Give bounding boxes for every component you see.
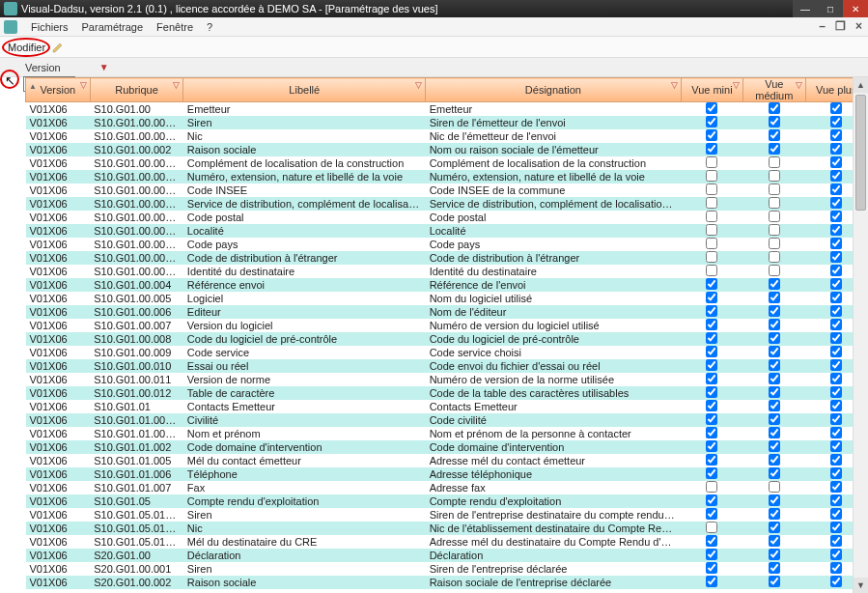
- vue-mini-checkbox[interactable]: [706, 332, 717, 344]
- table-row[interactable]: V01X06S10.G01.00.008Code du logiciel de …: [26, 332, 868, 346]
- vue-mini-checkbox[interactable]: [706, 251, 717, 263]
- vue-mini-checkbox[interactable]: [706, 440, 717, 452]
- vue-mini-checkbox[interactable]: [706, 427, 717, 438]
- scroll-up-button[interactable]: ▲: [854, 77, 868, 93]
- vue-mini-checkbox[interactable]: [706, 576, 717, 587]
- table-row[interactable]: V01X06S10.G01.00.003.012LocalitéLocalité: [26, 224, 868, 238]
- vue-medium-checkbox[interactable]: [769, 156, 780, 168]
- table-row[interactable]: V01X06S10.G01.01.005Mél du contact émett…: [26, 454, 868, 467]
- vue-plus-checkbox[interactable]: [830, 359, 842, 371]
- vue-mini-checkbox[interactable]: [706, 278, 717, 290]
- vue-plus-checkbox[interactable]: [830, 238, 842, 249]
- vue-plus-checkbox[interactable]: [830, 319, 842, 330]
- menu-help[interactable]: ?: [207, 21, 212, 33]
- table-row[interactable]: V01X06S10.G01.00.005LogicielNom du logic…: [26, 292, 868, 305]
- vue-mini-checkbox[interactable]: [706, 522, 717, 533]
- vue-medium-checkbox[interactable]: [769, 305, 780, 317]
- vue-mini-checkbox[interactable]: [706, 102, 717, 114]
- vue-plus-checkbox[interactable]: [830, 346, 842, 357]
- vue-mini-checkbox[interactable]: [706, 467, 717, 479]
- menu-fenetre[interactable]: Fenêtre: [156, 21, 193, 33]
- vue-mini-checkbox[interactable]: [706, 494, 717, 506]
- vue-medium-checkbox[interactable]: [769, 143, 780, 155]
- vue-mini-checkbox[interactable]: [706, 400, 717, 411]
- vue-medium-checkbox[interactable]: [769, 359, 780, 371]
- vue-mini-checkbox[interactable]: [706, 549, 717, 560]
- funnel-icon[interactable]: ▼: [99, 62, 109, 72]
- vue-plus-checkbox[interactable]: [830, 440, 842, 452]
- vue-mini-checkbox[interactable]: [706, 184, 717, 195]
- table-row[interactable]: V01X06S10.G01.05.013.001SirenSiren de l'…: [26, 508, 868, 522]
- modifier-button[interactable]: Modifier: [6, 41, 47, 54]
- vue-medium-checkbox[interactable]: [769, 319, 780, 330]
- vue-medium-checkbox[interactable]: [769, 481, 780, 493]
- vue-medium-checkbox[interactable]: [769, 549, 780, 560]
- vue-medium-checkbox[interactable]: [769, 265, 780, 276]
- table-row[interactable]: V01X06S10.G01.00.002Raison socialeNom ou…: [26, 143, 868, 156]
- table-row[interactable]: V01X06S10.G01.00.010Essai ou réelCode en…: [26, 359, 868, 373]
- vue-medium-checkbox[interactable]: [769, 440, 780, 452]
- vue-mini-checkbox[interactable]: [706, 116, 717, 127]
- table-row[interactable]: V01X06S10.G01.00.004Référence envoiRéfér…: [26, 278, 868, 292]
- vue-plus-checkbox[interactable]: [830, 373, 842, 384]
- vue-mini-checkbox[interactable]: [706, 508, 717, 520]
- table-row[interactable]: V01X06S10.G01.00EmetteurEmetteur: [26, 102, 868, 117]
- col-header-libelle[interactable]: Libellé▽: [183, 78, 426, 102]
- vue-plus-checkbox[interactable]: [830, 549, 842, 560]
- table-row[interactable]: V01X06S10.G01.00.012Table de caractèreCo…: [26, 386, 868, 400]
- table-row[interactable]: V01X06S20.G01.00DéclarationDéclaration: [26, 549, 868, 562]
- vue-plus-checkbox[interactable]: [830, 481, 842, 493]
- version-filter-label[interactable]: Version: [25, 62, 61, 73]
- table-row[interactable]: V01X06S10.G01.01Contacts EmetteurContact…: [26, 400, 868, 413]
- vue-plus-checkbox[interactable]: [830, 129, 842, 141]
- vue-medium-checkbox[interactable]: [769, 170, 780, 182]
- table-row[interactable]: V01X06S10.G01.05.013.002NicNic de l'étab…: [26, 522, 868, 535]
- vue-plus-checkbox[interactable]: [830, 197, 842, 209]
- col-header-version[interactable]: ▲Version▽: [26, 78, 91, 102]
- vue-plus-checkbox[interactable]: [830, 427, 842, 438]
- vue-medium-checkbox[interactable]: [769, 224, 780, 236]
- vue-mini-checkbox[interactable]: [706, 386, 717, 398]
- vue-medium-checkbox[interactable]: [769, 102, 780, 114]
- vue-medium-checkbox[interactable]: [769, 494, 780, 506]
- mdi-restore-button[interactable]: ❐: [835, 19, 846, 33]
- table-row[interactable]: V01X06S10.G01.00.003.010Code postalCode …: [26, 211, 868, 224]
- vue-plus-checkbox[interactable]: [830, 413, 842, 425]
- table-row[interactable]: V01X06S20.G01.00.001SirenSiren de l'entr…: [26, 562, 868, 576]
- vue-plus-checkbox[interactable]: [830, 454, 842, 466]
- vue-mini-checkbox[interactable]: [706, 535, 717, 547]
- vue-mini-checkbox[interactable]: [706, 143, 717, 155]
- vue-medium-checkbox[interactable]: [769, 413, 780, 425]
- vue-medium-checkbox[interactable]: [769, 332, 780, 344]
- vue-mini-checkbox[interactable]: [706, 562, 717, 574]
- vue-mini-checkbox[interactable]: [706, 305, 717, 317]
- mdi-minimize-button[interactable]: –: [819, 19, 826, 33]
- vue-mini-checkbox[interactable]: [706, 265, 717, 276]
- mdi-close-button[interactable]: ×: [855, 19, 862, 33]
- vue-medium-checkbox[interactable]: [769, 522, 780, 533]
- vue-plus-checkbox[interactable]: [830, 535, 842, 547]
- window-minimize-button[interactable]: —: [793, 0, 818, 17]
- menu-fichiers[interactable]: Fichiers: [31, 21, 69, 33]
- vue-plus-checkbox[interactable]: [830, 305, 842, 317]
- table-row[interactable]: V01X06S10.G01.00.003.001Complément de lo…: [26, 156, 868, 170]
- vue-plus-checkbox[interactable]: [830, 332, 842, 344]
- vue-mini-checkbox[interactable]: [706, 481, 717, 493]
- scroll-thumb[interactable]: [855, 95, 866, 211]
- vue-medium-checkbox[interactable]: [769, 454, 780, 466]
- vue-plus-checkbox[interactable]: [830, 494, 842, 506]
- window-maximize-button[interactable]: □: [818, 0, 843, 17]
- col-header-vue-medium[interactable]: Vue médium▽: [743, 78, 805, 102]
- table-row[interactable]: V01X06S10.G01.01.002Code domaine d'inter…: [26, 440, 868, 454]
- vue-plus-checkbox[interactable]: [830, 170, 842, 182]
- table-row[interactable]: V01X06S10.G01.00.003.017Identité du dest…: [26, 265, 868, 278]
- vue-mini-checkbox[interactable]: [706, 129, 717, 141]
- vue-mini-checkbox[interactable]: [706, 359, 717, 371]
- col-header-vue-mini[interactable]: Vue mini▽: [681, 78, 742, 102]
- vue-mini-checkbox[interactable]: [706, 156, 717, 168]
- vue-plus-checkbox[interactable]: [830, 251, 842, 263]
- col-header-rubrique[interactable]: Rubrique▽: [90, 78, 183, 102]
- vue-medium-checkbox[interactable]: [769, 508, 780, 520]
- vue-plus-checkbox[interactable]: [830, 102, 842, 114]
- table-row[interactable]: V01X06S10.G01.05.015.001Mél du destinata…: [26, 535, 868, 549]
